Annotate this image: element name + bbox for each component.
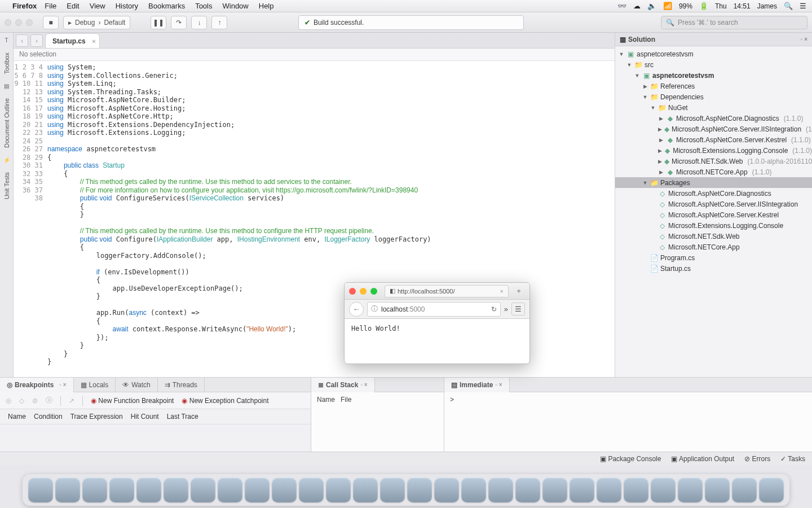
dock-app[interactable] [488, 478, 513, 502]
tree-row[interactable]: ▶◆Microsoft.NETCore.App(1.1.0) [615, 167, 812, 177]
dock-app[interactable] [759, 478, 784, 502]
tab-close-icon[interactable]: × [92, 38, 95, 45]
tree-row[interactable]: ▼📁Packages [615, 177, 812, 188]
tree-row[interactable]: ◇Microsoft.AspNetCore.Server.IISIntegrat… [615, 199, 812, 209]
bp-goto-icon[interactable]: ↗ [69, 397, 74, 405]
bp-btn-1[interactable]: ◎ [6, 397, 11, 405]
tree-row[interactable]: ▼📁Dependencies [615, 91, 812, 102]
menu-bookmarks[interactable]: Bookmarks [148, 2, 185, 10]
dock-app[interactable] [136, 478, 161, 502]
panel-undock-icon[interactable]: ▫ [801, 36, 803, 42]
footer-app-output[interactable]: ▣ Application Output [671, 455, 734, 463]
bp-btn-4[interactable]: ⓧ [46, 396, 52, 405]
tree-row[interactable]: ◇Microsoft.AspNetCore.Server.Kestrel [615, 209, 812, 220]
cloud-icon[interactable]: ☁ [633, 2, 641, 10]
dock-app[interactable] [624, 478, 648, 502]
traffic-close[interactable] [5, 19, 11, 26]
tree-row[interactable]: ▶◆Microsoft.AspNetCore.Diagnostics(1.1.0… [615, 113, 812, 124]
footer-errors[interactable]: ⊘ Errors [744, 455, 770, 463]
bp-btn-3[interactable]: ⊘ [32, 397, 38, 405]
menubar-app[interactable]: Firefox [12, 2, 37, 10]
dock-app[interactable] [299, 478, 324, 502]
dock-app[interactable] [434, 478, 459, 502]
global-search[interactable]: 🔍 Press '⌘.' to search [661, 16, 807, 29]
tree-row[interactable]: ▼📁NuGet [615, 102, 812, 113]
step-out-button[interactable]: ↑ [211, 16, 227, 29]
browser-back-button[interactable]: ← [349, 302, 364, 317]
dock-app[interactable] [164, 478, 188, 502]
browser-tab-close[interactable]: × [500, 288, 504, 295]
tab-immediate[interactable]: ▤ Immediate▫ × [444, 378, 510, 392]
dock-app[interactable] [461, 478, 486, 502]
spotlight-icon[interactable]: 🔍 [784, 2, 793, 10]
footer-tasks[interactable]: ✓ Tasks [780, 455, 805, 463]
pause-button[interactable]: ❚❚ [151, 16, 166, 29]
step-in-button[interactable]: ↓ [191, 16, 207, 29]
dock-app[interactable] [28, 478, 53, 502]
rail-doc-outline[interactable]: Document Outline [3, 98, 10, 148]
dock-app[interactable] [191, 478, 215, 502]
stop-button[interactable]: ■ [43, 16, 59, 29]
menu-icon[interactable]: ☰ [800, 2, 806, 10]
dock-app[interactable] [678, 478, 703, 502]
menu-tools[interactable]: Tools [195, 2, 212, 10]
tab-locals[interactable]: ▦ Locals [74, 378, 116, 392]
macos-dock[interactable] [23, 474, 789, 506]
tree-row[interactable]: ◇Microsoft.AspNetCore.Diagnostics [615, 188, 812, 199]
step-over-button[interactable]: ↷ [171, 16, 187, 29]
dock-app[interactable] [218, 478, 242, 502]
traffic-min[interactable] [15, 19, 22, 26]
panel-close-icon[interactable]: × [804, 36, 807, 42]
info-icon[interactable]: ⓘ [371, 304, 378, 314]
tree-row[interactable]: 📄Startup.cs [615, 263, 812, 274]
tree-row[interactable]: ◇Microsoft.Extensions.Logging.Console [615, 220, 812, 231]
new-tab-button[interactable]: + [513, 287, 525, 295]
dock-app[interactable] [82, 478, 107, 502]
tree-row[interactable]: ▶◆Microsoft.AspNetCore.Server.Kestrel(1.… [615, 134, 812, 145]
rail-unit-tests[interactable]: Unit Tests [3, 172, 10, 199]
reload-icon[interactable]: ↻ [491, 305, 497, 313]
footer-package-console[interactable]: ▣ Package Console [600, 455, 661, 463]
overflow-icon[interactable]: » [504, 305, 508, 313]
tree-row[interactable]: ▼▣aspnetcoretestvsm [615, 70, 812, 81]
doc-outline-icon[interactable]: ▤ [4, 83, 9, 89]
tree-row[interactable]: ▶📁References [615, 81, 812, 91]
browser-urlbar[interactable]: ⓘ localhost:5000 ↻ [367, 302, 501, 317]
battery-icon[interactable]: 🔋 [699, 2, 708, 10]
tree-row[interactable]: 📄Program.cs [615, 252, 812, 263]
traffic-max[interactable] [26, 19, 33, 26]
editor-tab[interactable]: Startup.cs × [45, 33, 100, 48]
menu-edit[interactable]: Edit [67, 2, 79, 10]
browser-tab[interactable]: ◧ http://localhost:5000/ × [385, 285, 509, 297]
menu-help[interactable]: Help [259, 2, 274, 10]
immediate-body[interactable]: > [444, 392, 812, 452]
dock-app[interactable] [380, 478, 405, 502]
solution-tree[interactable]: ▼▣aspnetcoretestvsm▼📁src▼▣aspnetcoretest… [615, 46, 812, 377]
dock-app[interactable] [326, 478, 351, 502]
menu-hamburger-icon[interactable]: ☰ [511, 303, 525, 316]
browser-max[interactable] [370, 288, 377, 295]
tree-row[interactable]: ▶◆Microsoft.NET.Sdk.Web(1.0.0-alpha-2016… [615, 156, 812, 167]
dock-app[interactable] [109, 478, 134, 502]
wifi-icon[interactable]: 📶 [663, 2, 672, 10]
browser-close[interactable] [349, 288, 356, 295]
nav-fwd-button[interactable]: › [30, 34, 43, 47]
dock-app[interactable] [407, 478, 432, 502]
menubar-user[interactable]: James [757, 2, 777, 10]
dock-app[interactable] [515, 478, 540, 502]
dock-app[interactable] [272, 478, 297, 502]
nav-back-button[interactable]: ‹ [16, 34, 28, 47]
browser-window[interactable]: ◧ http://localhost:5000/ × + ← ⓘ localho… [344, 282, 530, 364]
dock-app[interactable] [353, 478, 378, 502]
menu-view[interactable]: View [90, 2, 105, 10]
tree-row[interactable]: ◇Microsoft.NETCore.App [615, 242, 812, 252]
menu-window[interactable]: Window [223, 2, 249, 10]
tree-row[interactable]: ▼📁src [615, 59, 812, 70]
new-exc-bp[interactable]: ◉ New Exception Catchpoint [182, 397, 268, 405]
unit-tests-icon[interactable]: ⚡ [3, 157, 10, 163]
tab-callstack[interactable]: ≣ Call Stack▫ × [311, 378, 375, 392]
bp-btn-2[interactable]: ◇ [19, 397, 24, 405]
dock-app[interactable] [597, 478, 621, 502]
dock-app[interactable] [55, 478, 80, 502]
dock-app[interactable] [651, 478, 676, 502]
